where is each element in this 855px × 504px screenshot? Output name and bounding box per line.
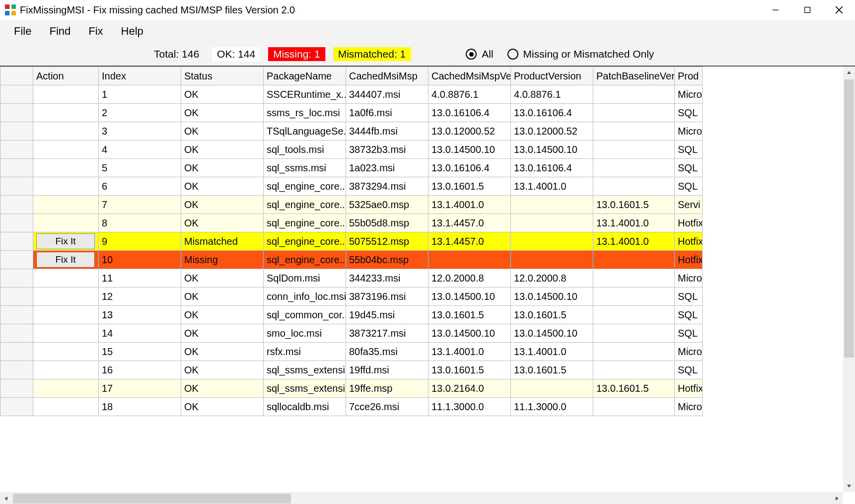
radio-missing-only[interactable]: Missing or Mismatched Only <box>507 48 654 60</box>
menu-help[interactable]: Help <box>112 22 152 41</box>
col-package[interactable]: PackageName <box>264 67 346 85</box>
row-selector[interactable] <box>0 251 33 269</box>
table-row[interactable]: 2OKssms_rs_loc.msi1a0f6.msi13.0.16106.41… <box>0 104 703 122</box>
cell-status: OK <box>181 159 264 177</box>
cell-status: OK <box>181 177 264 196</box>
cell-package: sql_ssms.msi <box>264 159 346 177</box>
row-selector[interactable] <box>0 288 33 306</box>
col-cached[interactable]: CachedMsiMsp <box>346 67 428 85</box>
scroll-down-button[interactable] <box>843 480 855 492</box>
cell-package: rsfx.msi <box>264 343 346 361</box>
cell-cached: 7cce26.msi <box>346 398 428 416</box>
cell-baseline <box>593 288 675 306</box>
minimize-icon <box>772 6 779 13</box>
row-selector[interactable] <box>0 196 33 214</box>
cell-baseline <box>593 251 675 269</box>
chevron-right-icon <box>835 496 840 501</box>
scroll-left-button[interactable] <box>0 492 12 504</box>
col-index[interactable]: Index <box>99 67 181 85</box>
row-selector[interactable] <box>0 85 33 104</box>
cell-index: 18 <box>99 398 181 416</box>
row-selector[interactable] <box>0 269 33 288</box>
table-row[interactable]: 16OKsql_ssms_extensi...19ffd.msi13.0.160… <box>0 361 703 379</box>
table-row[interactable]: 5OKsql_ssms.msi1a023.msi13.0.16106.413.0… <box>0 159 703 177</box>
cell-cached-ver: 13.0.14500.10 <box>428 324 511 343</box>
cell-cached: 38732b3.msi <box>346 141 428 159</box>
row-selector[interactable] <box>0 398 33 416</box>
vertical-scrollbar[interactable] <box>843 67 855 492</box>
row-selector[interactable] <box>0 141 33 159</box>
table-row[interactable]: 13OKsql_common_cor...19d45.msi13.0.1601.… <box>0 306 703 324</box>
col-baseline[interactable]: PatchBaselineVersi <box>593 67 675 85</box>
cell-product-ver <box>511 214 593 232</box>
cell-product-ver: 13.0.14500.10 <box>511 324 593 343</box>
row-selector[interactable] <box>0 361 33 379</box>
row-selector[interactable] <box>0 214 33 232</box>
menu-file[interactable]: File <box>5 22 40 41</box>
scroll-thumb[interactable] <box>844 79 854 358</box>
scroll-up-button[interactable] <box>843 67 855 78</box>
fix-it-button[interactable]: Fix It <box>36 252 95 268</box>
scroll-thumb[interactable] <box>13 494 291 504</box>
cell-cached-ver: 13.0.1601.5 <box>428 306 511 324</box>
fix-it-button[interactable]: Fix It <box>36 233 95 249</box>
row-selector[interactable] <box>0 159 33 177</box>
cell-status: OK <box>181 104 264 122</box>
table-row[interactable]: 1OKSSCERuntime_x...344407.msi4.0.8876.14… <box>0 85 703 104</box>
radio-all[interactable]: All <box>466 48 493 60</box>
row-selector[interactable] <box>0 177 33 196</box>
cell-status: Missing <box>181 251 264 269</box>
table-row[interactable]: 8OKsql_engine_core...55b05d8.msp13.1.445… <box>0 214 703 232</box>
maximize-button[interactable] <box>791 0 823 20</box>
table-row[interactable]: 12OKconn_info_loc.msi3873196.msi13.0.145… <box>0 288 703 306</box>
table-row[interactable]: 6OKsql_engine_core...3873294.msi13.0.160… <box>0 177 703 196</box>
cell-index: 4 <box>99 141 181 159</box>
row-selector-header[interactable] <box>0 67 33 85</box>
cell-cached-ver: 13.1.4001.0 <box>428 343 511 361</box>
grid-area: Action Index Status PackageName CachedMs… <box>0 66 855 504</box>
menu-bar: File Find Fix Help <box>0 20 855 43</box>
minimize-button[interactable] <box>760 0 791 20</box>
cell-baseline <box>593 324 675 343</box>
table-row[interactable]: 7OKsql_engine_core...5325ae0.msp13.1.400… <box>0 196 703 214</box>
col-product-ver[interactable]: ProductVersion <box>511 67 593 85</box>
row-selector[interactable] <box>0 122 33 141</box>
cell-status: OK <box>181 269 264 288</box>
row-selector[interactable] <box>0 306 33 324</box>
row-selector[interactable] <box>0 379 33 398</box>
cell-product-ver <box>511 232 593 251</box>
col-action[interactable]: Action <box>33 67 99 85</box>
menu-find[interactable]: Find <box>40 22 79 41</box>
table-row[interactable]: 18OKsqllocaldb.msi7cce26.msi11.1.3000.01… <box>0 398 703 416</box>
row-selector[interactable] <box>0 104 33 122</box>
table-row[interactable]: Fix It10Missingsql_engine_core...55b04bc… <box>0 251 703 269</box>
table-row[interactable]: 15OKrsfx.msi80fa35.msi13.1.4001.013.1.40… <box>0 343 703 361</box>
cell-action <box>33 104 99 122</box>
horizontal-scrollbar[interactable] <box>0 492 843 504</box>
table-row[interactable]: 17OKsql_ssms_extensi...19ffe.msp13.0.216… <box>0 379 703 398</box>
scroll-right-button[interactable] <box>831 492 843 504</box>
table-row[interactable]: 4OKsql_tools.msi38732b3.msi13.0.14500.10… <box>0 141 703 159</box>
cell-action <box>33 85 99 104</box>
app-icon <box>5 4 16 15</box>
cell-status: OK <box>181 398 264 416</box>
col-status[interactable]: Status <box>181 67 264 85</box>
table-row[interactable]: 14OKsmo_loc.msi3873217.msi13.0.14500.101… <box>0 324 703 343</box>
table-row[interactable]: 3OKTSqlLanguageSe...3444fb.msi13.0.12000… <box>0 122 703 141</box>
cell-product-ver <box>511 251 593 269</box>
cell-baseline <box>593 85 675 104</box>
col-product[interactable]: Prod <box>675 67 703 85</box>
col-cached-ver[interactable]: CachedMsiMspVers <box>428 67 511 85</box>
cell-product: SQL <box>675 159 703 177</box>
close-button[interactable] <box>823 0 855 20</box>
svg-rect-1 <box>805 7 810 13</box>
row-selector[interactable] <box>0 343 33 361</box>
table-row[interactable]: Fix It9Mismatchedsql_engine_core...50755… <box>0 232 703 251</box>
cell-index: 5 <box>99 159 181 177</box>
svg-marker-4 <box>847 71 851 74</box>
table-row[interactable]: 11OKSqlDom.msi344233.msi12.0.2000.812.0.… <box>0 269 703 288</box>
menu-fix[interactable]: Fix <box>79 22 112 41</box>
row-selector[interactable] <box>0 324 33 343</box>
cell-package: conn_info_loc.msi <box>264 288 346 306</box>
row-selector[interactable] <box>0 232 33 251</box>
